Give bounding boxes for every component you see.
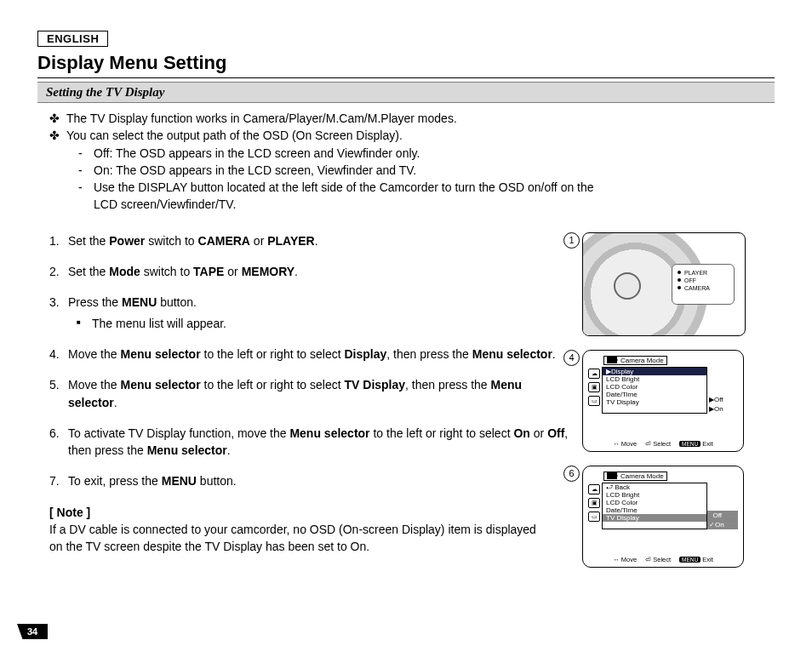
note-block: [ Note ] If a DV cable is connected to y… — [49, 504, 574, 556]
osd-screen-display-menu: Camera Mode ☁ ▣ ▭ ▶Display LCD Bright LC… — [582, 350, 744, 452]
camera-small-icon: ▣ — [588, 498, 600, 508]
intro-line-2: You can select the output path of the OS… — [66, 127, 403, 144]
figure-number-6: 6 — [563, 466, 580, 482]
note-body-2: on the TV screen despite the TV Display … — [49, 540, 369, 553]
osd-menu-list: ▶Display LCD Bright LCD Color Date/Time … — [602, 367, 707, 414]
figure-6: 6 Camera Mode ☁ ▣ ▭ ⮐ Back LCD Bright LC… — [582, 466, 775, 568]
step-7: To exit, press the MENU button. — [49, 472, 574, 489]
intro-sub-display-a: Use the DISPLAY button located at the le… — [94, 179, 594, 196]
camera-icon — [607, 357, 617, 363]
figures-column: 1 PLAYER OFF CAMERA 4 Camera Mode — [582, 232, 775, 581]
tv-icon: ▭ — [588, 512, 600, 522]
osd-screen-tvdisplay-menu: Camera Mode ☁ ▣ ▭ ⮐ Back LCD Bright LCD … — [582, 466, 744, 568]
intro-sub-on: On: The OSD appears in the LCD screen, V… — [94, 162, 416, 179]
figure-number-1: 1 — [563, 232, 580, 249]
intro-sub-off: Off: The OSD appears in the LCD screen a… — [94, 145, 420, 162]
dial-label-camera: CAMERA — [684, 285, 710, 291]
intro-block: ✤The TV Display function works in Camera… — [49, 110, 775, 214]
intro-sub-display-b: LCD screen/Viewfinder/TV. — [94, 196, 236, 213]
camera-small-icon: ▣ — [588, 382, 600, 392]
page-title: Display Menu Setting — [37, 52, 775, 78]
step-3-sub: The menu list will appear. — [92, 315, 226, 332]
osd-mode-label: Camera Mode — [620, 357, 664, 364]
camera-icon — [607, 472, 617, 479]
intro-line-1: The TV Display function works in Camera/… — [66, 110, 457, 127]
dial-label-player: PLAYER — [684, 270, 707, 276]
figure-1: 1 PLAYER OFF CAMERA — [582, 232, 775, 336]
step-5: Move the Menu selector to the left or ri… — [49, 376, 574, 411]
page-number: 34 — [17, 624, 48, 639]
step-4: Move the Menu selector to the left or ri… — [49, 346, 574, 363]
note-label: [ Note ] — [49, 506, 90, 519]
cloud-icon: ☁ — [588, 369, 600, 379]
tv-icon: ▭ — [588, 396, 600, 406]
osd-menu-list: ⮐ Back LCD Bright LCD Color Date/Time TV… — [602, 483, 707, 529]
step-2: Set the Mode switch to TAPE or MEMORY. — [49, 263, 574, 280]
osd-mode-label: Camera Mode — [620, 472, 664, 480]
language-label: ENGLISH — [37, 31, 108, 47]
step-3: Press the MENU button. ■The menu list wi… — [49, 294, 574, 332]
figure-4: 4 Camera Mode ☁ ▣ ▭ ▶Display LCD Bright … — [582, 350, 775, 452]
note-body-1: If a DV cable is connected to your camco… — [49, 523, 536, 536]
figure-number-4: 4 — [563, 350, 580, 366]
cloud-icon: ☁ — [588, 484, 600, 494]
steps-column: Set the Power switch to CAMERA or PLAYER… — [37, 232, 582, 581]
section-subhead: Setting the TV Display — [37, 82, 775, 103]
power-dial-illustration: PLAYER OFF CAMERA — [582, 232, 746, 336]
dial-label-off: OFF — [684, 277, 696, 283]
step-1: Set the Power switch to CAMERA or PLAYER… — [49, 232, 574, 249]
step-6: To activate TV Display function, move th… — [49, 425, 574, 460]
